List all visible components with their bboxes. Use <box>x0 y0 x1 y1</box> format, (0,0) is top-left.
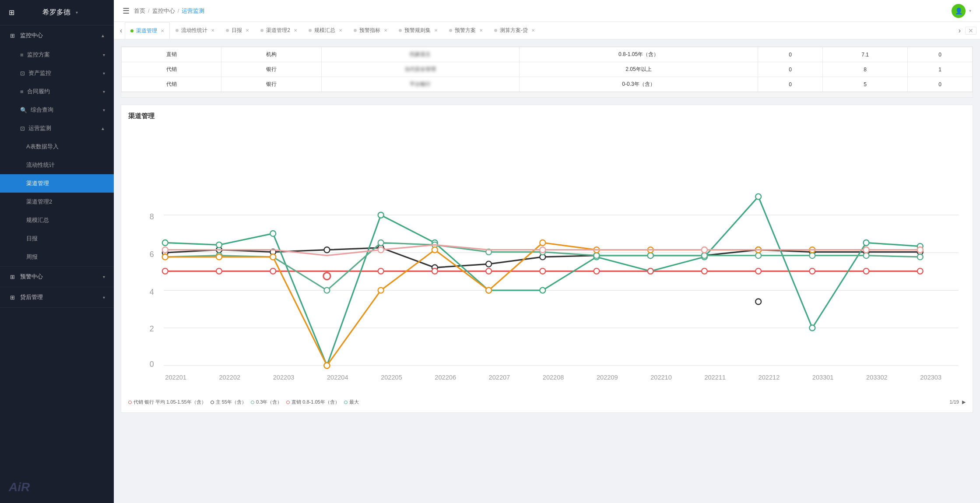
item-label: 日报 <box>26 235 38 243</box>
tab-calc-plan[interactable]: 测算方案-贷 ✕ <box>488 22 541 39</box>
sidebar-item-ops-monitor[interactable]: ⊡ 运营监测 ▲ <box>0 119 114 137</box>
avatar-arrow[interactable]: ▾ <box>969 8 971 13</box>
sidebar-group-header-monitor[interactable]: ⊞ 监控中心 ▲ <box>0 25 114 46</box>
search-icon: 🔍 <box>20 107 27 113</box>
alert-arrow: ▾ <box>103 274 105 279</box>
svg-point-31 <box>486 261 492 267</box>
tab-close-button[interactable]: ✕ <box>384 28 387 33</box>
table-cell-col5: 0 <box>758 62 823 77</box>
sidebar-item-a-table[interactable]: A表数据导入 <box>0 137 114 156</box>
table-cell-col4: 0.8-1.05年（含） <box>519 47 758 62</box>
monitor-label: 监控中心 <box>20 32 96 39</box>
expand-arrow: ▾ <box>103 71 105 76</box>
sidebar-group-header-alert[interactable]: ⊞ 预警中心 ▾ <box>0 267 114 287</box>
sidebar-item-liquidity[interactable]: 流动性统计 <box>0 156 114 174</box>
tabs-close-all-button[interactable]: ✕ <box>965 27 976 35</box>
tab-dot <box>309 29 312 32</box>
legend-dot-4 <box>286 401 290 404</box>
svg-text:202303: 202303 <box>920 374 941 381</box>
tab-label: 日报 <box>232 27 242 34</box>
tab-liquidity-stats[interactable]: 流动性统计 ✕ <box>170 22 220 39</box>
svg-point-41 <box>216 242 222 248</box>
svg-text:202201: 202201 <box>165 374 186 381</box>
sidebar-item-search[interactable]: 🔍 综合查询 ▾ <box>0 101 114 119</box>
table-cell-col2: 机构 <box>221 47 321 62</box>
tab-close-button[interactable]: ✕ <box>211 28 214 33</box>
svg-text:4: 4 <box>150 288 154 296</box>
svg-point-72 <box>270 254 276 260</box>
table-cell-col3: 托家居主 <box>321 47 519 62</box>
table-cell-col7: 1 <box>908 62 973 77</box>
sidebar-item-daily[interactable]: 日报 <box>0 229 114 248</box>
tabs-bar: ‹ 渠道管理 ✕ 流动性统计 ✕ 日报 ✕ 渠道管理2 ✕ <box>114 22 980 39</box>
svg-text:8: 8 <box>150 212 154 221</box>
tab-close-button[interactable]: ✕ <box>339 28 342 33</box>
tab-scale-summary[interactable]: 规模汇总 ✕ <box>303 22 348 39</box>
sidebar-item-monitor-plan[interactable]: ≡ 监控方案 ▾ <box>0 46 114 64</box>
post-icon: ⊞ <box>9 294 16 301</box>
tab-alert-rules[interactable]: 预警规则集 ✕ <box>393 22 443 39</box>
item-label: 渠道管理 <box>26 179 49 187</box>
tab-channel-mgmt[interactable]: 渠道管理 ✕ <box>125 22 170 39</box>
air-watermark: AiR <box>0 471 114 503</box>
sidebar-item-contract[interactable]: ≡ 合同履约 ▾ <box>0 82 114 101</box>
svg-point-75 <box>432 247 438 253</box>
content-area: 直销 机构 托家居主 0.8-1.05年（含） 0 7.1 0 代销 银行 当代… <box>114 39 980 503</box>
tab-close-button[interactable]: ✕ <box>161 28 164 33</box>
menu-toggle-button[interactable]: ☰ <box>123 6 130 16</box>
svg-point-69 <box>917 254 923 260</box>
svg-point-71 <box>216 254 222 260</box>
sidebar-item-asset-monitor[interactable]: ⊡ 资产监控 ▾ <box>0 64 114 82</box>
legend-item-3: 0.3年（含） <box>251 399 282 405</box>
logo-arrow: ▾ <box>76 10 105 15</box>
tab-alert-plan[interactable]: 预警方案 ✕ <box>443 22 488 39</box>
svg-text:0: 0 <box>150 360 154 369</box>
chart-legend: 代销 银行 平均 1.05-1.55年（含） 主 55年（含） 0.3年（含） … <box>128 399 966 405</box>
svg-point-53 <box>864 240 869 246</box>
svg-point-99 <box>594 268 599 274</box>
menu-icon: ≡ <box>20 52 24 58</box>
svg-point-87 <box>540 247 545 253</box>
tab-daily-report[interactable]: 日报 ✕ <box>220 22 255 39</box>
svg-point-65 <box>702 253 707 258</box>
sidebar-item-channel-mgmt2[interactable]: 渠道管理2 <box>0 193 114 211</box>
header-right: 👤 ▾ <box>952 4 971 18</box>
breadcrumb-monitor[interactable]: 监控中心 <box>152 7 175 15</box>
item-label: 综合查询 <box>31 106 53 114</box>
tab-alert-indicator[interactable]: 预警指标 ✕ <box>348 22 393 39</box>
tab-close-button[interactable]: ✕ <box>531 28 535 33</box>
sidebar-logo[interactable]: ⊞ 希罗多德 ▾ <box>0 0 114 25</box>
breadcrumb-current: 运营监测 <box>182 7 204 15</box>
tab-label: 渠道管理2 <box>266 27 290 34</box>
legend-next-button[interactable]: ▶ <box>962 399 966 405</box>
svg-point-66 <box>755 253 761 258</box>
svg-point-64 <box>648 253 653 258</box>
tab-channel-mgmt2[interactable]: 渠道管理2 ✕ <box>255 22 303 39</box>
table-cell-col4: 2.05年以上 <box>519 62 758 77</box>
svg-point-98 <box>540 268 545 274</box>
tab-label: 流动性统计 <box>181 27 207 34</box>
user-avatar[interactable]: 👤 <box>952 4 966 18</box>
breadcrumb: 首页 / 监控中心 / 运营监测 <box>134 7 204 15</box>
sidebar-item-channel-mgmt[interactable]: 渠道管理 <box>0 174 114 193</box>
svg-point-40 <box>162 240 168 246</box>
tab-label: 预警规则集 <box>404 27 431 34</box>
sidebar-item-scale-summary[interactable]: 规模汇总 <box>0 211 114 229</box>
chart-container: 渠道管理 0 2 4 6 8 202201 202202 202203 202 <box>121 105 973 413</box>
line-chart: 0 2 4 6 8 202201 202202 202203 202204 20… <box>128 126 966 395</box>
tab-close-button[interactable]: ✕ <box>294 28 297 33</box>
svg-text:202210: 202210 <box>650 374 672 381</box>
sidebar-item-weekly[interactable]: 周报 <box>0 248 114 266</box>
svg-point-51 <box>755 194 761 200</box>
breadcrumb-home[interactable]: 首页 <box>134 7 145 15</box>
tabs-next-button[interactable]: › <box>956 27 963 35</box>
sidebar-group-header-post[interactable]: ⊞ 贷后管理 ▾ <box>0 287 114 307</box>
legend-label-1: 代销 银行 平均 1.05-1.55年（含） <box>133 399 206 405</box>
tabs-prev-button[interactable]: ‹ <box>117 27 125 35</box>
expand-arrow: ▾ <box>103 53 105 57</box>
legend-label-3: 0.3年（含） <box>256 399 282 405</box>
tab-close-button[interactable]: ✕ <box>246 28 249 33</box>
tab-close-button[interactable]: ✕ <box>434 28 438 33</box>
tab-close-button[interactable]: ✕ <box>479 28 483 33</box>
tab-label: 渠道管理 <box>136 27 157 35</box>
